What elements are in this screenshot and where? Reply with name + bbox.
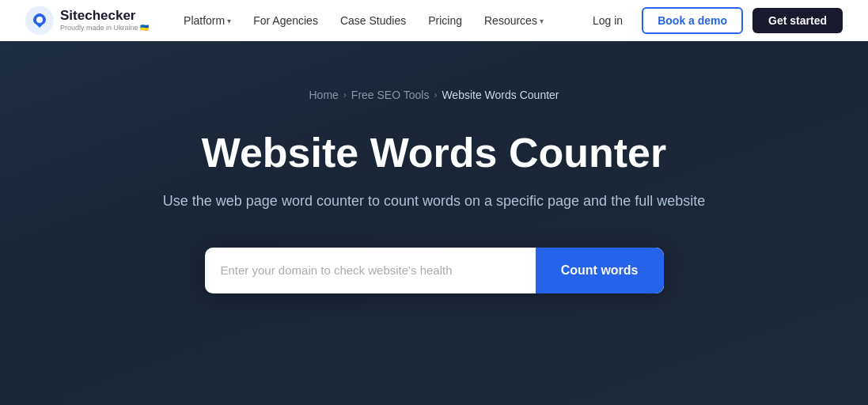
breadcrumb-sep-1: › — [343, 89, 347, 100]
breadcrumb: Home › Free SEO Tools › Website Words Co… — [309, 89, 559, 101]
breadcrumb-free-seo-tools[interactable]: Free SEO Tools — [351, 89, 430, 101]
logo-tagline: Proudly made in Ukraine 🇺🇦 — [60, 24, 149, 32]
navbar: Sitechecker Proudly made in Ukraine 🇺🇦 P… — [0, 0, 868, 41]
search-box: Count words — [205, 248, 664, 293]
logo-text: Sitechecker Proudly made in Ukraine 🇺🇦 — [60, 9, 149, 32]
nav-item-pricing[interactable]: Pricing — [419, 9, 472, 32]
nav-item-for-agencies[interactable]: For Agencies — [244, 9, 328, 32]
breadcrumb-current: Website Words Counter — [442, 89, 559, 101]
nav-label-for-agencies: For Agencies — [253, 14, 318, 27]
nav-item-case-studies[interactable]: Case Studies — [331, 9, 415, 32]
domain-input[interactable] — [205, 248, 536, 293]
breadcrumb-home[interactable]: Home — [309, 89, 338, 101]
nav-label-case-studies: Case Studies — [340, 14, 406, 27]
nav-actions: Log in Book a demo Get started — [583, 7, 843, 34]
page-subtitle: Use the web page word counter to count w… — [163, 193, 705, 210]
nav-item-resources[interactable]: Resources ▾ — [475, 9, 553, 32]
page-title: Website Words Counter — [202, 130, 666, 177]
hero-section: Home › Free SEO Tools › Website Words Co… — [0, 41, 868, 405]
breadcrumb-sep-2: › — [434, 89, 437, 100]
nav-label-pricing: Pricing — [428, 14, 462, 27]
logo[interactable]: Sitechecker Proudly made in Ukraine 🇺🇦 — [25, 6, 149, 35]
get-started-button[interactable]: Get started — [752, 8, 843, 33]
svg-point-1 — [36, 17, 43, 23]
chevron-down-icon: ▾ — [227, 17, 231, 25]
book-demo-button[interactable]: Book a demo — [642, 7, 743, 34]
nav-links: Platform ▾ For Agencies Case Studies Pri… — [174, 9, 583, 32]
login-button[interactable]: Log in — [583, 9, 632, 32]
nav-label-resources: Resources — [484, 14, 537, 27]
nav-item-platform[interactable]: Platform ▾ — [174, 9, 241, 32]
logo-icon — [25, 6, 54, 35]
nav-label-platform: Platform — [184, 14, 225, 27]
chevron-down-icon-resources: ▾ — [540, 17, 544, 25]
count-words-button[interactable]: Count words — [536, 248, 664, 293]
logo-name: Sitechecker — [60, 9, 149, 24]
